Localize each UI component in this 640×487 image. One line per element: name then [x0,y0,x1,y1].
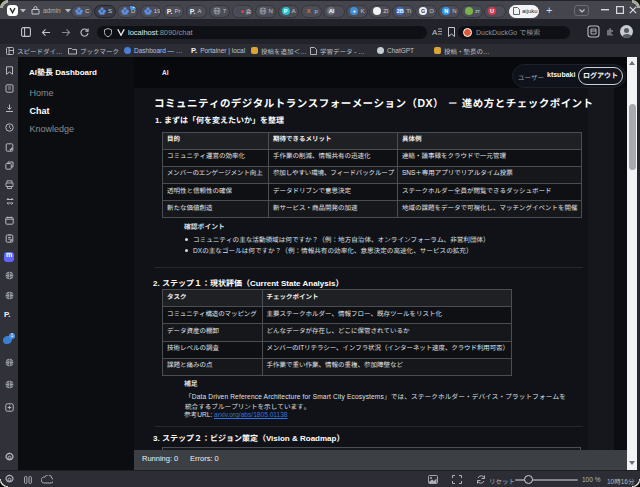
svg-text:A: A [432,28,438,37]
